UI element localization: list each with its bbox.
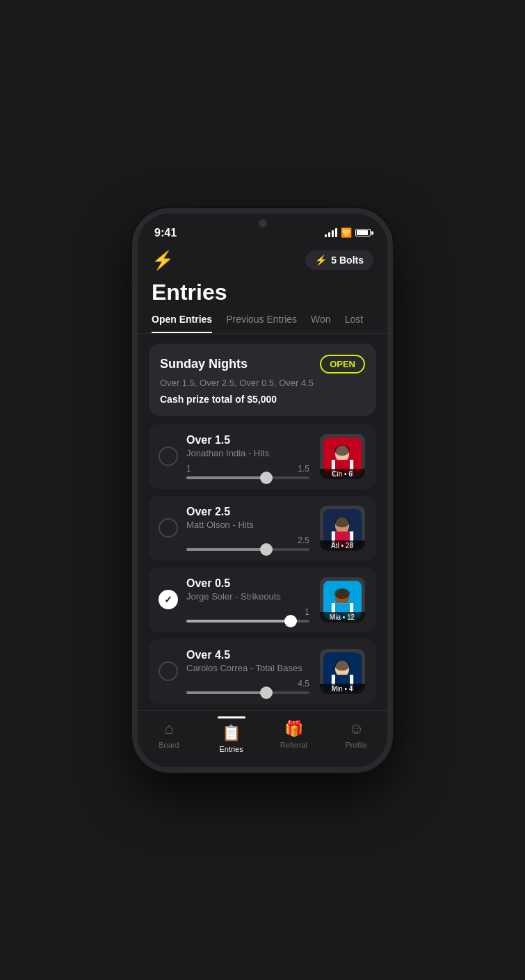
player-avatar-1: Cin • 6 (320, 434, 365, 479)
player-team-label-2: Atl • 28 (320, 540, 365, 551)
svg-point-9 (334, 517, 350, 527)
status-icons: 🛜 (325, 227, 371, 238)
signal-icon (325, 228, 337, 237)
wifi-icon: 🛜 (341, 227, 352, 238)
pick-info-3: Over 0.5 Jorge Soler - Strikeouts 1 (186, 577, 309, 622)
contest-status-badge: OPEN (320, 355, 365, 373)
pick-title-1: Over 1.5 (186, 434, 309, 447)
svg-point-14 (334, 588, 350, 599)
bottom-nav: ⌂ Board 📋 Entries 🎁 Referral ☺ Profile (138, 710, 387, 767)
pick-info-2: Over 2.5 Matt Olson - Hits 2.5 (186, 506, 309, 551)
nav-profile[interactable]: ☺ Profile (325, 720, 387, 749)
tab-lost[interactable]: Lost (345, 314, 363, 333)
main-content: Sunday Nights OPEN Over 1.5, Over 2.5, O… (138, 335, 387, 710)
pick-title-4: Over 4.5 (186, 649, 309, 661)
nav-referral[interactable]: 🎁 Referral (263, 720, 325, 749)
pick-player-3: Jorge Soler - Strikeouts (186, 591, 309, 602)
pick-slider-fill-2 (186, 548, 266, 551)
bolts-badge: ⚡ 5 Bolts (305, 250, 373, 270)
contest-header: Sunday Nights OPEN (160, 355, 365, 373)
status-time: 9:41 (154, 227, 177, 239)
pick-player-2: Matt Olson - Hits (186, 520, 309, 530)
nav-board[interactable]: ⌂ Board (138, 720, 200, 749)
pick-slider-thumb-2 (260, 543, 273, 556)
player-team-label-3: Mia • 12 (320, 612, 365, 622)
app-logo: ⚡ (152, 250, 174, 271)
pick-slider-thumb-4 (260, 686, 273, 699)
pick-slider-1[interactable] (186, 476, 309, 479)
entries-icon: 📋 (222, 724, 241, 742)
pick-check-2[interactable] (159, 518, 178, 538)
tabs-container: Open Entries Previous Entries Won Lost (138, 305, 387, 334)
pick-avatar-2: Atl • 28 (318, 506, 366, 551)
player-avatar-2: Atl • 28 (320, 506, 365, 551)
pick-check-3[interactable] (159, 590, 178, 609)
referral-icon: 🎁 (284, 720, 303, 738)
pick-slider-3[interactable] (186, 620, 309, 622)
profile-icon: ☺ (348, 720, 364, 738)
pick-slider-4[interactable] (186, 691, 309, 694)
pick-slider-thumb-1 (260, 472, 273, 484)
pick-info-1: Over 1.5 Jonathan India - Hits 1 1.5 (186, 434, 309, 479)
player-avatar-4: Min • 4 (320, 649, 365, 694)
pick-title-3: Over 0.5 (186, 577, 309, 590)
pick-slider-fill-4 (186, 691, 266, 694)
profile-label: Profile (346, 741, 367, 749)
contest-prize: Cash prize total of $5,000 (160, 394, 365, 405)
pick-player-4: Carolos Correa - Total Bases (186, 663, 309, 673)
pick-slider-fill-3 (186, 620, 291, 622)
pick-slider-thumb-3 (284, 615, 297, 627)
tab-open-entries[interactable]: Open Entries (152, 314, 212, 333)
app-header: ⚡ ⚡ 5 Bolts (138, 244, 387, 277)
pick-check-1[interactable] (159, 447, 178, 466)
player-team-label-4: Min • 4 (320, 684, 365, 694)
tab-previous-entries[interactable]: Previous Entries (226, 314, 297, 333)
phone-shell: 9:41 🛜 ⚡ ⚡ 5 Bolts (132, 208, 393, 773)
pick-avatar-3: Mia • 12 (318, 577, 366, 622)
referral-label: Referral (280, 741, 307, 749)
pick-item-2[interactable]: Over 2.5 Matt Olson - Hits 2.5 (149, 496, 376, 561)
bolts-count: 5 Bolts (331, 255, 364, 266)
tab-won[interactable]: Won (311, 314, 331, 333)
pick-value-display-4: 4.5 (186, 679, 309, 689)
player-avatar-3: Mia • 12 (320, 577, 365, 622)
entries-label: Entries (220, 745, 243, 753)
camera-notch (259, 219, 267, 227)
pick-value-display-2: 2.5 (186, 536, 309, 545)
player-team-label-1: Cin • 6 (320, 469, 365, 479)
pick-item-4[interactable]: Over 4.5 Carolos Correa - Total Bases 4.… (149, 639, 376, 704)
status-bar: 9:41 🛜 (138, 214, 387, 244)
bolt-badge-icon: ⚡ (315, 255, 327, 266)
pick-avatar-4: Min • 4 (318, 649, 366, 694)
page-title: Entries (138, 277, 387, 305)
contest-description: Over 1.5, Over 2.5, Over 0.5, Over 4.5 (160, 378, 365, 388)
contest-name: Sunday Nights (160, 357, 248, 371)
svg-point-4 (334, 445, 350, 456)
board-icon: ⌂ (164, 720, 173, 738)
pick-item-1[interactable]: Over 1.5 Jonathan India - Hits 1 1.5 (149, 424, 376, 489)
pick-slider-2[interactable] (186, 548, 309, 551)
pick-title-2: Over 2.5 (186, 506, 309, 518)
pick-item-3[interactable]: Over 0.5 Jorge Soler - Strikeouts 1 (149, 568, 376, 632)
pick-info-4: Over 4.5 Carolos Correa - Total Bases 4.… (186, 649, 309, 694)
svg-point-19 (334, 660, 350, 670)
pick-check-4[interactable] (159, 661, 178, 681)
pick-value-display-1: 1 1.5 (186, 464, 309, 474)
nav-entries[interactable]: 📋 Entries (200, 716, 263, 753)
pick-slider-fill-1 (186, 476, 266, 479)
pick-player-1: Jonathan India - Hits (186, 448, 309, 458)
screen: 9:41 🛜 ⚡ ⚡ 5 Bolts (138, 214, 387, 767)
pick-avatar-1: Cin • 6 (318, 434, 366, 479)
nav-active-indicator (218, 716, 245, 718)
board-label: Board (159, 741, 179, 749)
battery-icon (355, 229, 371, 236)
contest-card: Sunday Nights OPEN Over 1.5, Over 2.5, O… (149, 344, 376, 416)
